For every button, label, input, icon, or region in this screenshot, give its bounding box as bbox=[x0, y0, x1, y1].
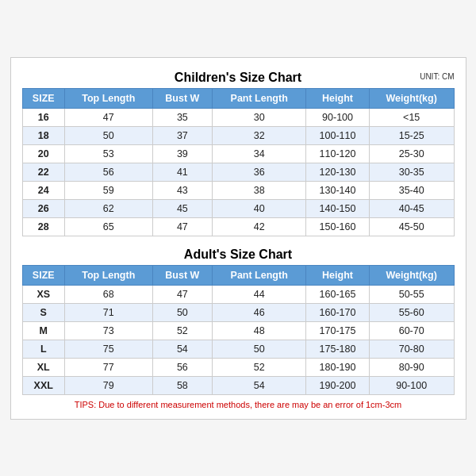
adult-tbody: XS684744160-16550-55S715046160-17055-60M… bbox=[22, 285, 454, 394]
col-pant-length: Pant Length bbox=[213, 88, 306, 108]
table-cell: 34 bbox=[213, 144, 306, 163]
table-cell: 47 bbox=[152, 217, 213, 236]
table-cell: 120-130 bbox=[306, 163, 370, 181]
table-cell: 58 bbox=[152, 376, 213, 394]
table-cell: 65 bbox=[64, 217, 152, 236]
table-cell: 48 bbox=[213, 321, 306, 340]
adult-col-size: SIZE bbox=[22, 265, 64, 285]
table-row: 18503732100-11015-25 bbox=[22, 126, 454, 144]
table-cell: 25-30 bbox=[369, 144, 454, 163]
children-section-title: Children's Size Chart UNIT: CM bbox=[22, 66, 455, 88]
table-cell: 30 bbox=[213, 108, 306, 126]
table-cell: M bbox=[22, 321, 64, 340]
adult-header-row: SIZE Top Length Bust W Pant Length Heigh… bbox=[22, 265, 454, 285]
col-top-length: Top Length bbox=[64, 88, 152, 108]
adult-table: SIZE Top Length Bust W Pant Length Heigh… bbox=[22, 265, 455, 395]
table-cell: 32 bbox=[213, 126, 306, 144]
table-cell: 75 bbox=[64, 340, 152, 358]
table-cell: 24 bbox=[22, 181, 64, 199]
table-cell: 70-80 bbox=[369, 340, 454, 358]
table-row: S715046160-17055-60 bbox=[22, 303, 454, 321]
table-cell: 90-100 bbox=[369, 376, 454, 394]
table-cell: S bbox=[22, 303, 64, 321]
table-row: 28654742150-16045-50 bbox=[22, 217, 454, 236]
col-height: Height bbox=[306, 88, 370, 108]
adult-col-height: Height bbox=[306, 265, 370, 285]
table-cell: <15 bbox=[369, 108, 454, 126]
table-row: L755450175-18070-80 bbox=[22, 340, 454, 358]
adult-col-pant-length: Pant Length bbox=[213, 265, 306, 285]
table-cell: 18 bbox=[22, 126, 64, 144]
table-cell: 79 bbox=[64, 376, 152, 394]
table-cell: 190-200 bbox=[306, 376, 370, 394]
children-table: SIZE Top Length Bust W Pant Length Heigh… bbox=[22, 88, 455, 236]
table-cell: 35-40 bbox=[369, 181, 454, 199]
adult-col-weight: Weight(kg) bbox=[369, 265, 454, 285]
table-cell: 59 bbox=[64, 181, 152, 199]
table-cell: 54 bbox=[152, 340, 213, 358]
col-bust-w: Bust W bbox=[152, 88, 213, 108]
table-cell: 130-140 bbox=[306, 181, 370, 199]
col-weight: Weight(kg) bbox=[369, 88, 454, 108]
table-cell: 22 bbox=[22, 163, 64, 181]
table-cell: 68 bbox=[64, 285, 152, 303]
adult-col-bust-w: Bust W bbox=[152, 265, 213, 285]
table-row: XL775652180-19080-90 bbox=[22, 358, 454, 376]
table-cell: XS bbox=[22, 285, 64, 303]
table-cell: 15-25 bbox=[369, 126, 454, 144]
table-row: XXL795854190-20090-100 bbox=[22, 376, 454, 394]
table-cell: 47 bbox=[64, 108, 152, 126]
table-cell: 55-60 bbox=[369, 303, 454, 321]
table-cell: 180-190 bbox=[306, 358, 370, 376]
table-cell: L bbox=[22, 340, 64, 358]
table-cell: 38 bbox=[213, 181, 306, 199]
table-cell: 54 bbox=[213, 376, 306, 394]
children-tbody: 1647353090-100<1518503732100-11015-25205… bbox=[22, 108, 454, 236]
table-cell: 77 bbox=[64, 358, 152, 376]
chart-container: Children's Size Chart UNIT: CM SIZE Top … bbox=[10, 57, 466, 420]
adult-title-text: Adult's Size Chart bbox=[184, 248, 292, 261]
table-cell: 50-55 bbox=[369, 285, 454, 303]
table-cell: 62 bbox=[64, 199, 152, 217]
table-cell: 46 bbox=[213, 303, 306, 321]
table-cell: XXL bbox=[22, 376, 64, 394]
tips-text: TIPS: Due to different measurement metho… bbox=[22, 400, 455, 411]
table-cell: 56 bbox=[152, 358, 213, 376]
table-cell: 50 bbox=[152, 303, 213, 321]
table-cell: 50 bbox=[64, 126, 152, 144]
table-cell: 73 bbox=[64, 321, 152, 340]
table-cell: 110-120 bbox=[306, 144, 370, 163]
table-cell: 80-90 bbox=[369, 358, 454, 376]
adult-col-top-length: Top Length bbox=[64, 265, 152, 285]
table-row: XS684744160-16550-55 bbox=[22, 285, 454, 303]
table-cell: 39 bbox=[152, 144, 213, 163]
table-row: 1647353090-100<15 bbox=[22, 108, 454, 126]
table-cell: 36 bbox=[213, 163, 306, 181]
table-cell: 44 bbox=[213, 285, 306, 303]
table-cell: 150-160 bbox=[306, 217, 370, 236]
table-cell: 52 bbox=[213, 358, 306, 376]
table-cell: 20 bbox=[22, 144, 64, 163]
table-cell: 100-110 bbox=[306, 126, 370, 144]
table-cell: 40 bbox=[213, 199, 306, 217]
table-cell: 30-35 bbox=[369, 163, 454, 181]
table-cell: XL bbox=[22, 358, 64, 376]
adult-section-title: Adult's Size Chart bbox=[22, 243, 455, 265]
table-cell: 35 bbox=[152, 108, 213, 126]
table-cell: 16 bbox=[22, 108, 64, 126]
table-row: 26624540140-15040-45 bbox=[22, 199, 454, 217]
table-cell: 140-150 bbox=[306, 199, 370, 217]
table-cell: 71 bbox=[64, 303, 152, 321]
table-cell: 37 bbox=[152, 126, 213, 144]
table-cell: 45 bbox=[152, 199, 213, 217]
table-cell: 42 bbox=[213, 217, 306, 236]
table-cell: 43 bbox=[152, 181, 213, 199]
table-cell: 40-45 bbox=[369, 199, 454, 217]
table-cell: 53 bbox=[64, 144, 152, 163]
table-cell: 90-100 bbox=[306, 108, 370, 126]
unit-label: UNIT: CM bbox=[420, 72, 454, 81]
table-row: M735248170-17560-70 bbox=[22, 321, 454, 340]
table-cell: 28 bbox=[22, 217, 64, 236]
table-cell: 41 bbox=[152, 163, 213, 181]
table-cell: 160-165 bbox=[306, 285, 370, 303]
